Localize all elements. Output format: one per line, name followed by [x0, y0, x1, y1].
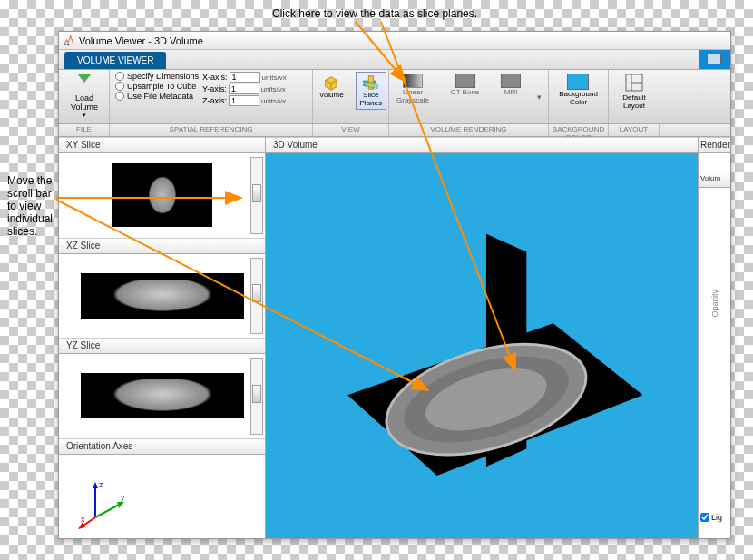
mri-button[interactable]: MRI: [495, 72, 526, 98]
yz-scrollbar[interactable]: [250, 358, 263, 435]
tab-volume-viewer[interactable]: VOLUME VIEWER: [64, 52, 166, 69]
z-axis-input[interactable]: [229, 95, 259, 106]
background-color-button[interactable]: Background Color: [555, 72, 601, 108]
left-panel: XY Slice XZ Slice YZ Slice Orientation A…: [59, 137, 266, 538]
orientation-axes-tab[interactable]: Orientation Axes: [59, 438, 265, 455]
default-layout-button[interactable]: Default Layout: [614, 72, 654, 112]
window-title: Volume Viewer - 3D Volume: [79, 35, 203, 46]
svg-text:y: y: [121, 493, 125, 502]
xz-slice-image: [81, 273, 244, 319]
toolstrip: Load Volume ▾ Specify Dimensions Upsampl…: [59, 70, 730, 124]
upsample-radio[interactable]: Upsample To Cube: [115, 82, 199, 91]
app-window: Volume Viewer - 3D Volume VOLUME VIEWER …: [58, 31, 731, 539]
ribbon-tab-row: VOLUME VIEWER: [59, 50, 730, 70]
xy-slice-tab[interactable]: XY Slice: [59, 137, 265, 153]
linear-grayscale-button[interactable]: Linear Grayscale: [391, 72, 435, 106]
use-metadata-radio[interactable]: Use File Metadata: [115, 92, 199, 101]
xy-scrollbar[interactable]: [250, 157, 263, 234]
xy-slice-image: [112, 163, 212, 227]
ct-bone-button[interactable]: CT Bone: [445, 72, 484, 98]
volume-view-button[interactable]: Volume: [315, 72, 348, 102]
opacity-label: Opacity: [710, 286, 719, 318]
xz-scrollbar[interactable]: [250, 258, 263, 335]
svg-line-8: [95, 504, 121, 517]
rendering-dropdown[interactable]: ▾: [537, 93, 546, 102]
svg-text:x: x: [81, 515, 85, 524]
right-panel: Render Volum Opacity Lig: [698, 137, 730, 538]
lighting-checkbox[interactable]: [700, 513, 709, 522]
title-bar: Volume Viewer - 3D Volume: [59, 32, 730, 50]
matlab-icon: [63, 34, 75, 47]
orientation-axes-icon: z y x: [77, 476, 132, 531]
svg-marker-7: [93, 482, 98, 488]
y-axis-input[interactable]: [229, 84, 259, 94]
3d-viewport[interactable]: [266, 153, 698, 538]
specify-dimensions-radio[interactable]: Specify Dimensions: [115, 72, 199, 81]
annotation-left: Move the scroll bar to view individual s…: [7, 174, 62, 238]
slice-planes-render: [266, 153, 698, 538]
slice-planes-icon: [363, 74, 379, 91]
cube-icon: [323, 74, 339, 91]
rendering-tab[interactable]: Render: [699, 137, 730, 153]
x-axis-input[interactable]: [230, 72, 260, 83]
toolstrip-labels: FILE SPATIAL REFERENCING VIEW VOLUME REN…: [59, 124, 730, 137]
3d-volume-tab[interactable]: 3D Volume: [266, 137, 698, 153]
volume-sub-tab[interactable]: Volum: [699, 172, 730, 188]
yz-slice-image: [81, 373, 244, 418]
load-volume-button[interactable]: Load Volume ▾: [64, 72, 104, 121]
svg-text:z: z: [99, 480, 103, 489]
xz-slice-tab[interactable]: XZ Slice: [59, 238, 265, 254]
slice-planes-button[interactable]: Slice Planes: [356, 72, 386, 110]
annotation-top: Click here to view the data as slice pla…: [272, 7, 477, 20]
save-icon[interactable]: [699, 50, 730, 69]
svg-marker-9: [117, 502, 124, 508]
layout-icon: [625, 74, 643, 92]
svg-rect-2: [365, 82, 377, 89]
yz-slice-tab[interactable]: YZ Slice: [59, 338, 265, 354]
download-icon: [77, 74, 92, 83]
color-swatch-icon: [567, 74, 589, 90]
